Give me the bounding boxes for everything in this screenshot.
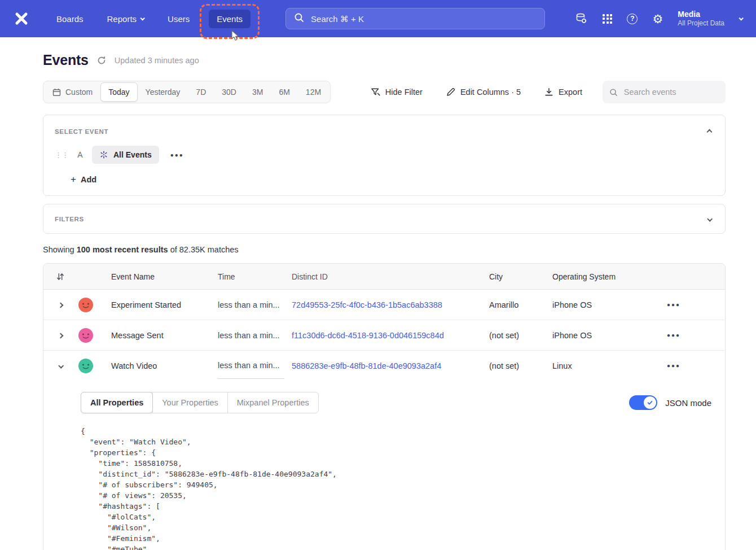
hide-filter-button[interactable]: Hide Filter: [367, 87, 426, 97]
row-more-icon[interactable]: ●●●: [663, 298, 684, 311]
date-range-group: Custom Today Yesterday 7D 30D 3M 6M 12M: [43, 81, 331, 103]
search-icon: [609, 88, 618, 97]
top-navbar: Boards Reports Users Events: [0, 0, 756, 37]
add-event-button[interactable]: + Add: [43, 167, 108, 195]
global-search-input[interactable]: [310, 14, 537, 24]
collapse-section-button[interactable]: [705, 125, 714, 138]
table-row[interactable]: Message Sent less than a min... f11c30d6…: [43, 320, 725, 351]
chevron-down-icon: [140, 16, 145, 20]
primary-nav: Boards Reports Users Events: [52, 10, 250, 28]
toggle-knob: [644, 396, 656, 409]
filters-card: FILTERS: [43, 204, 726, 234]
nav-boards[interactable]: Boards: [52, 10, 88, 28]
date-6m-button[interactable]: 6M: [271, 82, 297, 102]
date-custom-label: Custom: [65, 88, 93, 97]
chevron-down-icon: [58, 363, 64, 369]
distinct-id-link[interactable]: 72d49553-25fc-4f0c-b436-1b5ac6ab3388: [292, 300, 442, 309]
events-page: Events Updated 3 minutes ago Custom Toda…: [0, 37, 756, 550]
date-yesterday-button[interactable]: Yesterday: [138, 82, 188, 102]
refresh-button[interactable]: [96, 55, 107, 66]
chevron-right-icon: [58, 303, 63, 308]
time-cell: less than a min...: [212, 290, 286, 320]
json-viewer[interactable]: { "event": "Watch Video", "properties": …: [81, 426, 725, 550]
json-mode-control: JSON mode: [629, 395, 711, 410]
chevron-up-icon: [707, 129, 713, 135]
distinct-id-link[interactable]: f11c30d6-dc6d-4518-9136-0d046159c84d: [292, 331, 444, 340]
tab-your-properties[interactable]: Your Properties: [152, 392, 227, 413]
project-name: Media: [678, 9, 724, 19]
header-city[interactable]: City: [484, 264, 547, 289]
date-7d-button[interactable]: 7D: [188, 82, 214, 102]
properties-tabs: All Properties Your Properties Mixpanel …: [81, 392, 319, 413]
pencil-icon: [446, 88, 455, 97]
mouse-cursor-icon: [231, 30, 240, 41]
header-event-name[interactable]: Event Name: [106, 264, 212, 289]
results-suffix: of 82.35K matches: [168, 245, 239, 254]
search-icon: [294, 12, 304, 25]
json-mode-toggle[interactable]: [629, 395, 657, 410]
header-time[interactable]: Time: [212, 264, 286, 289]
edit-columns-label: Edit Columns · 5: [460, 88, 521, 97]
edit-columns-button[interactable]: Edit Columns · 5: [443, 87, 524, 97]
updated-timestamp: Updated 3 minutes ago: [115, 56, 199, 65]
expand-filters-button[interactable]: [705, 212, 714, 225]
data-management-icon[interactable]: [575, 12, 588, 25]
nav-users[interactable]: Users: [163, 10, 194, 28]
events-search-input[interactable]: [623, 87, 719, 97]
results-count: 100 most recent results: [77, 245, 168, 254]
user-avatar: [78, 359, 93, 373]
tab-mixpanel-properties[interactable]: Mixpanel Properties: [227, 392, 318, 413]
nav-events[interactable]: Events: [209, 10, 250, 28]
table-row-expanded[interactable]: Watch Video less than a min... 5886283e-…: [43, 351, 725, 381]
header-os[interactable]: Operating System: [547, 264, 636, 289]
nav-reports[interactable]: Reports: [103, 10, 149, 28]
expand-row-button[interactable]: [55, 328, 66, 343]
row-more-icon[interactable]: ●●●: [663, 359, 684, 372]
os-cell: iPhone OS: [547, 320, 636, 350]
user-avatar: [78, 328, 93, 343]
event-more-icon[interactable]: ●●●: [167, 149, 187, 161]
drag-handle-icon[interactable]: ⋮⋮: [55, 151, 68, 159]
os-cell: Linux: [547, 351, 636, 381]
event-name-cell: Watch Video: [106, 351, 212, 381]
page-title: Events: [43, 52, 89, 68]
results-prefix: Showing: [43, 245, 77, 254]
date-3m-button[interactable]: 3M: [244, 82, 271, 102]
project-switcher[interactable]: Media All Project Data: [678, 9, 724, 28]
select-event-card: SELECT EVENT ⋮⋮ A All Events ●●●: [43, 115, 726, 196]
city-cell: Amarillo: [484, 290, 547, 320]
collapse-row-button[interactable]: [55, 358, 66, 373]
settings-gear-icon[interactable]: ⚙: [652, 13, 663, 25]
date-30d-button[interactable]: 30D: [214, 82, 244, 102]
header-distinct-id[interactable]: Distinct ID: [286, 264, 484, 289]
chevron-down-icon: [707, 216, 713, 222]
time-cell: less than a min...: [212, 351, 286, 381]
expand-row-button[interactable]: [55, 297, 66, 312]
funnel-icon: [371, 88, 380, 97]
row-more-icon[interactable]: ●●●: [663, 329, 684, 342]
date-custom-button[interactable]: Custom: [45, 82, 100, 102]
date-12m-button[interactable]: 12M: [298, 82, 329, 102]
sort-icon[interactable]: [56, 272, 65, 281]
global-search[interactable]: [285, 8, 545, 29]
mixpanel-logo-icon[interactable]: [14, 11, 29, 27]
project-subtitle: All Project Data: [678, 19, 724, 28]
distinct-id-link[interactable]: 5886283e-e9fb-48fb-81de-40e9093a2af4: [292, 361, 441, 370]
tab-all-properties[interactable]: All Properties: [81, 392, 153, 413]
navbar-actions: ? ⚙ Media All Project Data: [575, 9, 742, 28]
toolbar-actions: Hide Filter Edit Columns · 5 Export: [367, 81, 726, 103]
help-icon[interactable]: ?: [627, 14, 638, 24]
apps-grid-icon[interactable]: [603, 14, 612, 24]
nav-reports-label: Reports: [107, 14, 137, 24]
json-mode-label: JSON mode: [665, 398, 711, 408]
event-name-cell: Experiment Started: [106, 290, 212, 320]
date-today-button[interactable]: Today: [100, 82, 137, 102]
event-row-label: A: [76, 150, 84, 159]
event-selector-chip[interactable]: All Events: [92, 146, 159, 164]
table-header-row: Event Name Time Distinct ID City Operati…: [43, 264, 725, 290]
export-label: Export: [559, 88, 582, 97]
table-row[interactable]: Experiment Started less than a min... 72…: [43, 290, 725, 320]
select-event-title: SELECT EVENT: [55, 128, 108, 135]
events-search[interactable]: [603, 81, 726, 103]
export-button[interactable]: Export: [541, 87, 586, 97]
